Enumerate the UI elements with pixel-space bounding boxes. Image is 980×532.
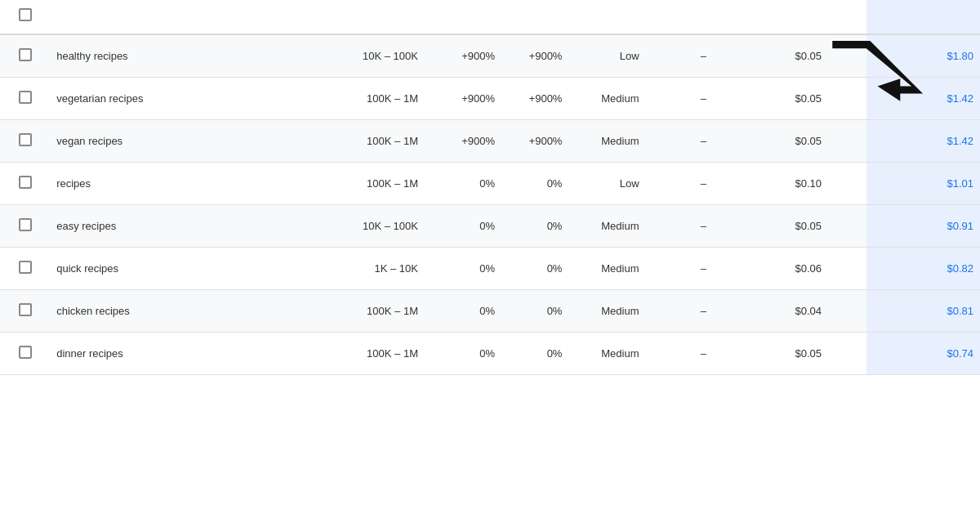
- header-yoy: [501, 0, 568, 34]
- cell-impression-share: –: [646, 77, 713, 119]
- cell-competition: Medium: [568, 332, 645, 374]
- cell-three-month: +900%: [425, 77, 501, 119]
- cell-yoy: 0%: [501, 204, 568, 247]
- header-keyword: [50, 0, 252, 34]
- table-row: vegan recipes100K – 1M+900%+900%Medium–$…: [0, 119, 980, 162]
- cell-keyword: easy recipes: [50, 204, 252, 247]
- cell-yoy: 0%: [501, 332, 568, 374]
- cell-sort: [828, 289, 866, 332]
- table-row: easy recipes10K – 100K0%0%Medium–$0.05$0…: [0, 204, 980, 247]
- row-checkbox-cell[interactable]: [0, 34, 50, 78]
- header-check[interactable]: [0, 0, 50, 34]
- table-row: recipes100K – 1M0%0%Low–$0.10$1.01: [0, 162, 980, 204]
- header-checkbox[interactable]: [19, 8, 32, 21]
- keyword-table: healthy recipes10K – 100K+900%+900%Low–$…: [0, 0, 980, 375]
- cell-avg-monthly: 10K – 100K: [252, 34, 425, 78]
- cell-yoy: +900%: [501, 77, 568, 119]
- cell-top-page-high: $0.82: [866, 247, 980, 289]
- cell-competition: Medium: [568, 247, 645, 289]
- cell-yoy: 0%: [501, 247, 568, 289]
- table-row: healthy recipes10K – 100K+900%+900%Low–$…: [0, 34, 980, 78]
- cell-avg-monthly: 100K – 1M: [252, 289, 425, 332]
- cell-three-month: 0%: [425, 332, 501, 374]
- cell-sort: [828, 119, 866, 162]
- header-top-page-high: [866, 0, 980, 34]
- cell-keyword: dinner recipes: [50, 332, 252, 374]
- row-checkbox[interactable]: [19, 303, 32, 316]
- row-checkbox[interactable]: [19, 346, 32, 359]
- header-three-month: [425, 0, 501, 34]
- cell-three-month: +900%: [425, 34, 501, 78]
- header-impression-share: [646, 0, 713, 34]
- cell-competition: Low: [568, 162, 645, 204]
- cell-top-page-high: $1.42: [866, 119, 980, 162]
- cell-three-month: 0%: [425, 289, 501, 332]
- cell-sort: [828, 332, 866, 374]
- cell-keyword: vegan recipes: [50, 119, 252, 162]
- cell-keyword: recipes: [50, 162, 252, 204]
- cell-competition: Medium: [568, 204, 645, 247]
- row-checkbox[interactable]: [19, 91, 32, 104]
- row-checkbox-cell[interactable]: [0, 332, 50, 374]
- cell-impression-share: –: [646, 34, 713, 78]
- row-checkbox-cell[interactable]: [0, 247, 50, 289]
- cell-top-page-low: $0.05: [713, 332, 828, 374]
- cell-avg-monthly: 100K – 1M: [252, 119, 425, 162]
- cell-competition: Low: [568, 34, 645, 78]
- cell-top-page-high: $0.81: [866, 289, 980, 332]
- cell-avg-monthly: 10K – 100K: [252, 204, 425, 247]
- cell-top-page-high: $1.01: [866, 162, 980, 204]
- cell-top-page-low: $0.05: [713, 204, 828, 247]
- row-checkbox[interactable]: [19, 133, 32, 146]
- row-checkbox-cell[interactable]: [0, 119, 50, 162]
- header-competition: [568, 0, 645, 34]
- keyword-table-wrapper: healthy recipes10K – 100K+900%+900%Low–$…: [0, 0, 980, 375]
- cell-top-page-low: $0.05: [713, 119, 828, 162]
- cell-impression-share: –: [646, 119, 713, 162]
- header-top-page-low: [713, 0, 828, 34]
- cell-top-page-low: $0.05: [713, 77, 828, 119]
- table-row: quick recipes1K – 10K0%0%Medium–$0.06$0.…: [0, 247, 980, 289]
- cell-three-month: +900%: [425, 119, 501, 162]
- cell-three-month: 0%: [425, 247, 501, 289]
- cell-avg-monthly: 100K – 1M: [252, 162, 425, 204]
- row-checkbox-cell[interactable]: [0, 204, 50, 247]
- cell-top-page-low: $0.04: [713, 289, 828, 332]
- cell-impression-share: –: [646, 332, 713, 374]
- cell-competition: Medium: [568, 119, 645, 162]
- row-checkbox[interactable]: [19, 218, 32, 231]
- cell-avg-monthly: 100K – 1M: [252, 332, 425, 374]
- row-checkbox[interactable]: [19, 176, 32, 189]
- cell-yoy: +900%: [501, 34, 568, 78]
- table-row: vegetarian recipes100K – 1M+900%+900%Med…: [0, 77, 980, 119]
- cell-yoy: 0%: [501, 162, 568, 204]
- cell-impression-share: –: [646, 289, 713, 332]
- cell-impression-share: –: [646, 162, 713, 204]
- cell-three-month: 0%: [425, 162, 501, 204]
- cell-yoy: 0%: [501, 289, 568, 332]
- cell-keyword: healthy recipes: [50, 34, 252, 78]
- cell-three-month: 0%: [425, 204, 501, 247]
- cell-avg-monthly: 100K – 1M: [252, 77, 425, 119]
- cell-sort: [828, 247, 866, 289]
- cell-top-page-low: $0.10: [713, 162, 828, 204]
- header-avg-monthly: [252, 0, 425, 34]
- header-sort[interactable]: [828, 0, 866, 34]
- cell-impression-share: –: [646, 247, 713, 289]
- cell-keyword: vegetarian recipes: [50, 77, 252, 119]
- row-checkbox-cell[interactable]: [0, 77, 50, 119]
- cell-top-page-high: $1.80: [866, 34, 980, 78]
- row-checkbox[interactable]: [19, 261, 32, 274]
- row-checkbox-cell[interactable]: [0, 162, 50, 204]
- cell-yoy: +900%: [501, 119, 568, 162]
- row-checkbox[interactable]: [19, 48, 32, 61]
- cell-top-page-high: $0.74: [866, 332, 980, 374]
- cell-sort: [828, 162, 866, 204]
- cell-top-page-low: $0.06: [713, 247, 828, 289]
- row-checkbox-cell[interactable]: [0, 289, 50, 332]
- cell-top-page-high: $1.42: [866, 77, 980, 119]
- table-row: dinner recipes100K – 1M0%0%Medium–$0.05$…: [0, 332, 980, 374]
- cell-sort: [828, 34, 866, 78]
- cell-top-page-high: $0.91: [866, 204, 980, 247]
- cell-sort: [828, 204, 866, 247]
